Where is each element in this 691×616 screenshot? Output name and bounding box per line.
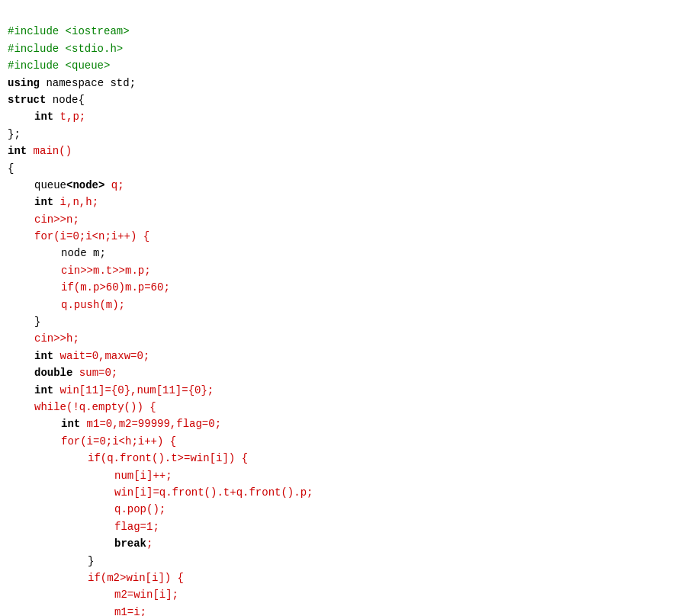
code-token: q.push(m); xyxy=(61,299,125,311)
code-line: int main() xyxy=(8,143,683,159)
code-line: q.push(m); xyxy=(8,297,683,313)
code-token: for(i=0;i<n;i++) { xyxy=(34,230,149,242)
code-line: if(m.p>60)m.p=60; xyxy=(8,279,683,296)
code-token: if(m2>win[i]) { xyxy=(88,572,184,584)
code-token: m1=0,m2=99999,flag=0; xyxy=(80,418,221,430)
code-token: wait=0,maxw=0; xyxy=(53,350,149,362)
code-line: m2=win[i]; xyxy=(8,586,683,603)
code-token: num[i]++; xyxy=(114,470,172,482)
code-token: if(m.p>60)m.p=60; xyxy=(61,281,170,294)
code-line: int i,n,h; xyxy=(8,194,683,210)
code-line: while(!q.empty()) { xyxy=(8,399,683,415)
code-line: { xyxy=(8,160,683,177)
code-token: win[11]={0},num[11]={0}; xyxy=(53,384,214,396)
code-line: } xyxy=(8,313,683,330)
code-token: main() xyxy=(27,145,72,157)
code-token: #include <stdio.h> xyxy=(8,43,123,55)
code-token: #include <iostream> xyxy=(8,25,130,37)
code-token: if(q.front().t>=win[i]) { xyxy=(88,452,248,464)
code-line: struct node{ xyxy=(8,91,683,108)
code-line: q.pop(); xyxy=(8,501,683,518)
code-token: int xyxy=(8,145,27,157)
code-line: for(i=0;i<n;i++) { xyxy=(8,228,683,245)
code-token: break xyxy=(114,537,146,550)
code-line: #include <queue> xyxy=(8,57,683,74)
code-token: t,p; xyxy=(53,111,85,123)
code-token: struct xyxy=(8,94,46,106)
code-token: int xyxy=(34,384,53,396)
code-token: double xyxy=(34,367,72,379)
code-line: for(i=0;i<h;i++) { xyxy=(8,433,683,450)
code-token: <node> xyxy=(66,179,104,191)
code-line: } xyxy=(8,553,683,569)
code-token: m2=win[i]; xyxy=(114,589,178,601)
code-line: node m; xyxy=(8,245,683,261)
code-token: win[i]=q.front().t+q.front().p; xyxy=(114,486,313,499)
code-token: namespace std; xyxy=(40,77,136,89)
code-token: node{ xyxy=(46,94,84,106)
code-token: while(!q.empty()) { xyxy=(34,401,156,413)
code-line: queue<node> q; xyxy=(8,177,683,194)
code-token: queue xyxy=(34,179,66,191)
code-line: int m1=0,m2=99999,flag=0; xyxy=(8,415,683,432)
code-token: sum=0; xyxy=(72,367,117,379)
code-token: { xyxy=(8,162,14,175)
code-line: int win[11]={0},num[11]={0}; xyxy=(8,382,683,399)
code-line: if(q.front().t>=win[i]) { xyxy=(8,450,683,467)
code-token: int xyxy=(61,418,80,430)
code-line: if(m2>win[i]) { xyxy=(8,569,683,586)
code-token: cin>>n; xyxy=(34,213,79,226)
code-line: int wait=0,maxw=0; xyxy=(8,348,683,364)
code-token: using xyxy=(8,77,40,89)
code-token: node m; xyxy=(61,247,106,259)
code-token: flag=1; xyxy=(114,521,159,533)
code-token: } xyxy=(88,555,94,567)
code-line: cin>>n; xyxy=(8,211,683,228)
code-token: int xyxy=(34,350,53,362)
code-editor: #include <iostream>#include <stdio.h>#in… xyxy=(8,6,683,616)
code-token: q.pop(); xyxy=(114,503,166,515)
code-line: #include <iostream> xyxy=(8,23,683,40)
code-token: cin>>h; xyxy=(34,332,79,345)
code-line: break; xyxy=(8,535,683,552)
code-line: m1=i; xyxy=(8,604,683,616)
code-token: int xyxy=(34,111,53,123)
code-line: flag=1; xyxy=(8,518,683,535)
code-token: }; xyxy=(8,128,21,140)
code-token: #include <queue> xyxy=(8,59,110,72)
code-token: cin>>m.t>>m.p; xyxy=(61,265,151,277)
code-token: m1=i; xyxy=(114,606,146,616)
code-line: win[i]=q.front().t+q.front().p; xyxy=(8,484,683,501)
code-token: int xyxy=(34,196,53,208)
code-line: using namespace std; xyxy=(8,75,683,91)
code-line: #include <stdio.h> xyxy=(8,40,683,57)
code-line: cin>>h; xyxy=(8,330,683,347)
code-token: q; xyxy=(104,179,124,191)
code-line: cin>>m.t>>m.p; xyxy=(8,262,683,279)
code-token: i,n,h; xyxy=(53,196,98,208)
code-line: int t,p; xyxy=(8,108,683,125)
code-line: double sum=0; xyxy=(8,364,683,381)
code-token: } xyxy=(34,316,40,328)
code-token: ; xyxy=(146,537,153,550)
code-line: }; xyxy=(8,126,683,143)
code-token: for(i=0;i<h;i++) { xyxy=(61,435,176,448)
code-line: num[i]++; xyxy=(8,467,683,484)
